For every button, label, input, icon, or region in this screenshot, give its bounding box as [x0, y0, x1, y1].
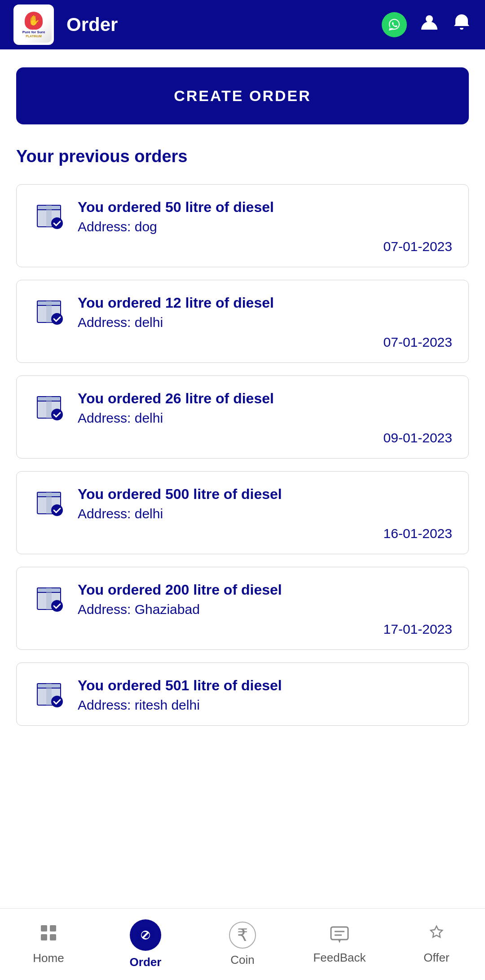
- logo-text-pure: Pure for Sure: [22, 31, 45, 35]
- svg-point-8: [51, 313, 63, 325]
- order-date: 16-01-2023: [33, 526, 452, 541]
- order-box-icon: [33, 295, 65, 327]
- order-info: You ordered 12 litre of diesel Address: …: [78, 295, 452, 330]
- whatsapp-button[interactable]: [382, 12, 407, 37]
- order-card-top: You ordered 26 litre of diesel Address: …: [33, 390, 452, 426]
- order-address: Address: delhi: [78, 315, 452, 330]
- order-box-icon: [33, 582, 65, 614]
- order-box-icon: [33, 677, 65, 710]
- app-header: ✋ Pure for Sure PLATINUM Order: [0, 0, 485, 49]
- nav-coin-label: Coin: [230, 953, 254, 967]
- svg-point-0: [426, 15, 433, 22]
- order-box-icon: [33, 199, 65, 231]
- svg-rect-30: [331, 927, 348, 940]
- orders-list: You ordered 50 litre of diesel Address: …: [16, 184, 469, 726]
- feedback-icon: [329, 924, 350, 946]
- order-address: Address: Ghaziabad: [78, 602, 452, 617]
- svg-rect-11: [46, 397, 52, 418]
- svg-rect-3: [46, 205, 52, 227]
- nav-order-label: Order: [130, 955, 162, 969]
- order-card[interactable]: You ordered 500 litre of diesel Address:…: [16, 471, 469, 554]
- order-date: 17-01-2023: [33, 622, 452, 637]
- order-title: You ordered 501 litre of diesel: [78, 677, 452, 694]
- order-card[interactable]: You ordered 200 litre of diesel Address:…: [16, 567, 469, 650]
- order-address: Address: delhi: [78, 411, 452, 426]
- order-address: Address: dog: [78, 219, 452, 234]
- svg-rect-25: [41, 925, 47, 931]
- order-title: You ordered 200 litre of diesel: [78, 582, 452, 598]
- svg-rect-23: [46, 684, 52, 705]
- bell-icon: [452, 13, 472, 37]
- svg-point-16: [51, 504, 63, 516]
- svg-rect-26: [50, 925, 56, 931]
- order-date: 07-01-2023: [33, 239, 452, 254]
- person-icon: [419, 13, 439, 37]
- nav-feedback-label: FeedBack: [313, 951, 366, 965]
- svg-point-4: [51, 217, 63, 229]
- order-card-top: You ordered 50 litre of diesel Address: …: [33, 199, 452, 234]
- header-actions: [382, 12, 472, 37]
- svg-point-20: [51, 600, 63, 612]
- order-title: You ordered 500 litre of diesel: [78, 486, 452, 503]
- order-date: 07-01-2023: [33, 335, 452, 350]
- order-card-top: You ordered 501 litre of diesel Address:…: [33, 677, 452, 713]
- svg-point-12: [51, 409, 63, 420]
- bottom-navigation: Home Order ₹ Coin FeedBack: [0, 908, 485, 980]
- order-box-icon: [33, 486, 65, 518]
- order-address: Address: delhi: [78, 506, 452, 521]
- nav-offer[interactable]: Offer: [388, 909, 485, 980]
- order-date: 09-01-2023: [33, 430, 452, 446]
- notifications-button[interactable]: [452, 13, 472, 37]
- order-box-icon: [33, 390, 65, 423]
- order-card-top: You ordered 500 litre of diesel Address:…: [33, 486, 452, 521]
- previous-orders-title: Your previous orders: [16, 147, 469, 166]
- svg-rect-27: [41, 934, 47, 940]
- order-title: You ordered 26 litre of diesel: [78, 390, 452, 407]
- home-icon: [39, 923, 58, 947]
- coin-icon: ₹: [229, 922, 256, 949]
- nav-feedback[interactable]: FeedBack: [291, 909, 388, 980]
- order-title: You ordered 12 litre of diesel: [78, 295, 452, 311]
- svg-rect-15: [46, 492, 52, 514]
- order-info: You ordered 50 litre of diesel Address: …: [78, 199, 452, 234]
- nav-home-label: Home: [33, 951, 64, 965]
- svg-rect-7: [46, 301, 52, 322]
- order-info: You ordered 501 litre of diesel Address:…: [78, 677, 452, 713]
- order-card[interactable]: You ordered 26 litre of diesel Address: …: [16, 375, 469, 459]
- order-info: You ordered 500 litre of diesel Address:…: [78, 486, 452, 521]
- order-icon: [130, 919, 161, 951]
- order-card[interactable]: You ordered 501 litre of diesel Address:…: [16, 662, 469, 726]
- svg-point-24: [51, 696, 63, 707]
- logo-text-platinum: PLATINUM: [26, 35, 42, 38]
- nav-coin[interactable]: ₹ Coin: [194, 909, 291, 980]
- order-info: You ordered 26 litre of diesel Address: …: [78, 390, 452, 426]
- order-card-top: You ordered 12 litre of diesel Address: …: [33, 295, 452, 330]
- create-order-button[interactable]: CREATE ORDER: [16, 67, 469, 124]
- svg-rect-28: [50, 934, 56, 940]
- offer-icon: [426, 924, 447, 946]
- nav-offer-label: Offer: [423, 951, 449, 965]
- nav-order[interactable]: Order: [97, 909, 194, 980]
- order-card[interactable]: You ordered 50 litre of diesel Address: …: [16, 184, 469, 267]
- order-card[interactable]: You ordered 12 litre of diesel Address: …: [16, 280, 469, 363]
- logo-hand-icon: ✋: [25, 12, 43, 30]
- order-title: You ordered 50 litre of diesel: [78, 199, 452, 216]
- main-content: CREATE ORDER Your previous orders: [0, 49, 485, 837]
- app-logo: ✋ Pure for Sure PLATINUM: [13, 4, 54, 45]
- nav-home[interactable]: Home: [0, 909, 97, 980]
- page-title: Order: [66, 14, 382, 35]
- order-info: You ordered 200 litre of diesel Address:…: [78, 582, 452, 617]
- whatsapp-icon: [382, 12, 407, 37]
- order-address: Address: ritesh delhi: [78, 697, 452, 713]
- svg-rect-19: [46, 588, 52, 609]
- profile-button[interactable]: [419, 13, 439, 37]
- order-card-top: You ordered 200 litre of diesel Address:…: [33, 582, 452, 617]
